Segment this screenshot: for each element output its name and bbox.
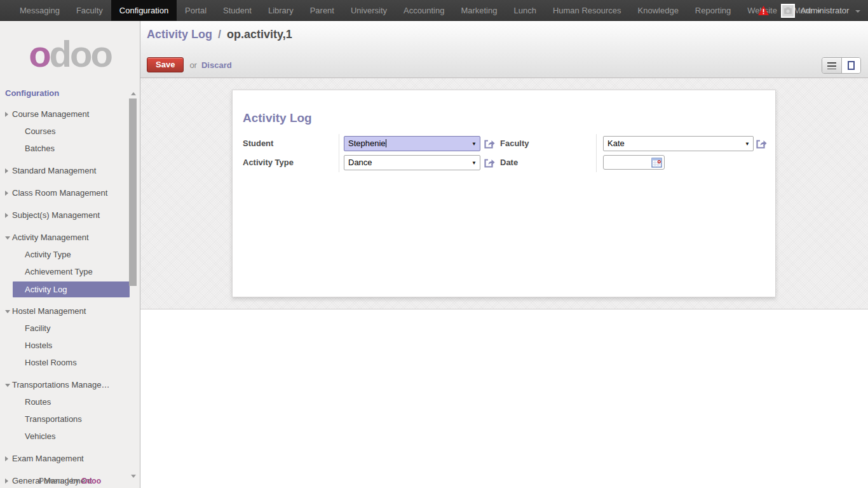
text-cursor: [386, 139, 386, 147]
faculty-label: Faculty: [500, 134, 529, 153]
sidebar-item-transportations[interactable]: Transportations: [0, 410, 140, 428]
nav-right-cluster: Administrator: [758, 0, 860, 21]
faculty-open-record-icon[interactable]: [756, 139, 767, 149]
nav-item-student[interactable]: Student: [215, 0, 260, 21]
student-label: Student: [243, 134, 273, 153]
breadcrumb-parent-link[interactable]: Activity Log: [147, 28, 212, 41]
chevron-right-icon: [5, 168, 8, 173]
chevron-down-icon: [5, 236, 10, 240]
faculty-select[interactable]: Kate ▼: [603, 136, 754, 151]
sidebar-group-course-management[interactable]: Course Management: [0, 105, 140, 123]
powered-by-text: Powered by: [39, 477, 81, 485]
list-icon: [827, 62, 836, 69]
sidebar-item-batches[interactable]: Batches: [0, 140, 140, 157]
action-buttons: Save or Discard: [147, 57, 232, 72]
sidebar-item-routes[interactable]: Routes: [0, 393, 140, 410]
student-select[interactable]: Stephenie ▼: [344, 136, 480, 151]
date-input[interactable]: [603, 155, 665, 170]
nav-item-parent[interactable]: Parent: [302, 0, 342, 21]
chevron-right-icon: [5, 456, 8, 461]
avatar-placeholder-icon: [782, 5, 794, 17]
student-open-record-icon[interactable]: [484, 139, 495, 149]
form-icon: [848, 61, 855, 70]
sidebar-group-standard-management[interactable]: Standard Management: [0, 162, 140, 179]
powered-by: Powered by Odoo: [0, 477, 140, 485]
control-header: Activity Log / op.activity,1 Save or Dis…: [140, 21, 868, 78]
save-button[interactable]: Save: [147, 57, 184, 72]
or-label: or: [189, 60, 197, 70]
column-separator: [596, 134, 597, 172]
chevron-down-icon: [5, 384, 10, 387]
activity-log-form: Activity Log Student Activity Type Steph…: [232, 90, 776, 297]
sidebar-item-courses[interactable]: Courses: [0, 123, 140, 140]
chevron-down-icon: [5, 310, 10, 313]
activity-type-value: Dance: [348, 158, 372, 167]
odoo-brand-link[interactable]: Odoo: [81, 477, 101, 485]
avatar[interactable]: [781, 4, 795, 18]
nav-item-reporting[interactable]: Reporting: [687, 0, 739, 21]
nav-item-messaging[interactable]: Messaging: [11, 0, 68, 21]
nav-item-accounting[interactable]: Accounting: [395, 0, 452, 21]
sidebar-group-exam-management[interactable]: Exam Management: [0, 450, 140, 467]
nav-item-university[interactable]: University: [342, 0, 395, 21]
nav-item-marketing[interactable]: Marketing: [452, 0, 505, 21]
sidebar-heading: Configuration: [5, 88, 140, 98]
dropdown-arrow-icon: ▼: [745, 137, 750, 151]
sidebar-item-hostels[interactable]: Hostels: [0, 337, 140, 354]
faculty-value: Kate: [607, 139, 625, 148]
odoo-logo: odoo: [0, 36, 140, 72]
user-name-label: Administrator: [801, 6, 850, 15]
activity-type-label: Activity Type: [243, 153, 294, 172]
student-value: Stephenie: [348, 139, 386, 148]
sidebar-group-subject-s-management[interactable]: Subject(s) Management: [0, 207, 140, 224]
form-title: Activity Log: [243, 111, 312, 125]
sidebar-group-transportations-manage[interactable]: Transportations Manage…: [0, 376, 140, 393]
main-area: Activity Log / op.activity,1 Save or Dis…: [140, 21, 868, 488]
form-background: Activity Log Student Activity Type Steph…: [140, 78, 868, 309]
date-label: Date: [500, 153, 518, 172]
breadcrumb-separator: /: [215, 28, 224, 41]
sidebar-item-facility[interactable]: Facility: [0, 320, 140, 337]
sidebar-group-class-room-management[interactable]: Class Room Management: [0, 184, 140, 201]
dropdown-arrow-icon: ▼: [471, 156, 477, 170]
nav-item-knowledge[interactable]: Knowledge: [630, 0, 687, 21]
dropdown-arrow-icon: ▼: [471, 137, 477, 151]
nav-item-faculty[interactable]: Faculty: [68, 0, 111, 21]
calendar-icon[interactable]: [651, 157, 662, 168]
activity-type-open-record-icon[interactable]: [484, 158, 495, 168]
chevron-right-icon: [5, 213, 8, 218]
chevron-right-icon: [5, 191, 8, 196]
scroll-up-icon[interactable]: [131, 92, 136, 95]
sidebar-menu: Course ManagementCoursesBatchesStandard …: [0, 105, 140, 488]
nav-item-configuration[interactable]: Configuration: [111, 0, 177, 21]
discard-link[interactable]: Discard: [201, 60, 232, 70]
nav-item-human-resources[interactable]: Human Resources: [545, 0, 630, 21]
sidebar-group-hostel-management[interactable]: Hostel Management: [0, 302, 140, 320]
chevron-right-icon: [5, 112, 8, 117]
breadcrumb-current: op.activity,1: [227, 28, 292, 41]
nav-menu: MessagingFacultyConfigurationPortalStude…: [11, 0, 830, 21]
sidebar-scrollbar[interactable]: [129, 92, 137, 478]
sidebar-item-achievement-type[interactable]: Achievement Type: [0, 263, 140, 280]
breadcrumb: Activity Log / op.activity,1: [147, 28, 292, 41]
sidebar-item-activity-log[interactable]: Activity Log: [13, 281, 130, 297]
top-navbar: MessagingFacultyConfigurationPortalStude…: [0, 0, 868, 21]
column-separator: [339, 134, 339, 172]
nav-item-portal[interactable]: Portal: [177, 0, 215, 21]
sidebar-item-hostel-rooms[interactable]: Hostel Rooms: [0, 354, 140, 371]
sidebar-group-activity-management[interactable]: Activity Management: [0, 229, 140, 246]
user-menu[interactable]: Administrator: [801, 6, 860, 15]
warning-icon[interactable]: [758, 6, 769, 15]
form-view-button[interactable]: [841, 58, 860, 73]
activity-type-select[interactable]: Dance ▼: [344, 155, 480, 170]
nav-item-lunch[interactable]: Lunch: [505, 0, 544, 21]
sidebar: odoo Configuration Course ManagementCour…: [0, 21, 140, 488]
chevron-down-icon: [855, 10, 860, 13]
sidebar-item-activity-type[interactable]: Activity Type: [0, 246, 140, 263]
sidebar-item-vehicles[interactable]: Vehicles: [0, 428, 140, 445]
scrollbar-thumb[interactable]: [129, 98, 137, 286]
nav-item-library[interactable]: Library: [260, 0, 302, 21]
list-view-button[interactable]: [822, 58, 841, 73]
view-switcher: [822, 57, 861, 74]
